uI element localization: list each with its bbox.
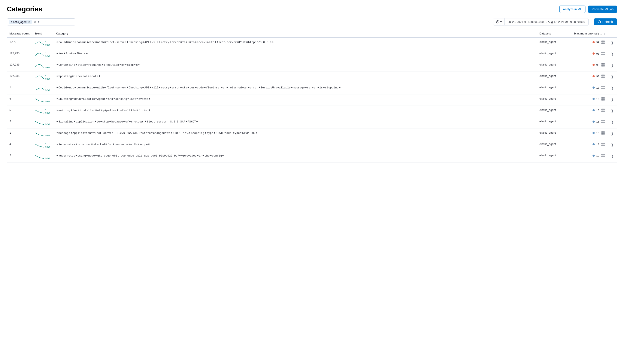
trend-label: ↑ new [45, 142, 51, 148]
category-cell: ⁕Updating⁕internal⁕state⁕ [53, 72, 537, 83]
trend-label: ↑ new [45, 63, 51, 69]
message-count-cell: 4 [7, 140, 32, 151]
svg-rect-33 [601, 131, 603, 132]
expand-button[interactable]: ❯ [610, 154, 615, 159]
table-row: 127,235 ↑ new ⁕Converging⁕state⁕requires… [7, 60, 617, 72]
grid-icon[interactable] [601, 108, 605, 112]
svg-rect-37 [601, 143, 603, 144]
svg-rect-12 [603, 65, 604, 66]
page-title: Categories [7, 5, 42, 13]
category-text: ⁕New⁕State⁕ID⁕is⁕ [56, 52, 88, 55]
expand-button[interactable]: ❯ [610, 108, 615, 113]
expand-button[interactable]: ❯ [610, 131, 615, 136]
grid-icon[interactable] [601, 120, 605, 124]
filter-clear-icon[interactable]: ⊗ [33, 20, 36, 24]
svg-rect-43 [601, 156, 603, 157]
header-actions: Analyze in ML Recreate ML job [559, 5, 617, 13]
datasets-cell: elastic_agent [537, 60, 565, 72]
trend-label: ↑ new [45, 97, 51, 103]
trend-cell: ↑ new [32, 106, 53, 117]
grid-icon[interactable] [601, 52, 605, 55]
col-max-anomaly: Maximum anomaly ... ↓ [565, 30, 607, 37]
trend-label: ↑ new [45, 154, 51, 160]
anomaly-cell: 98 [565, 60, 607, 72]
anomaly-cell: 16 [565, 117, 607, 129]
expand-button[interactable]: ❯ [610, 120, 615, 125]
category-text: ⁕waiting⁕for⁕installer⁕of⁕pipeline⁕defau… [56, 109, 151, 112]
svg-rect-32 [603, 122, 604, 123]
table-row: 1 ↑ new ⁕message⁕Application⁕fleet-serve… [7, 129, 617, 140]
trend-cell: ↑ new [32, 140, 53, 151]
svg-rect-19 [601, 88, 603, 89]
time-icon-button[interactable]: ▾ [493, 18, 504, 25]
grid-icon[interactable] [601, 131, 605, 135]
message-count-value: 2 [9, 154, 11, 157]
category-cell: ⁕kubernetes⁕Using⁕node⁕gke-edge-oblt-gcp… [53, 151, 537, 162]
trend-cell: ↑ new [32, 49, 53, 60]
anomaly-dot [593, 155, 595, 157]
svg-rect-5 [601, 52, 603, 53]
grid-icon[interactable] [601, 63, 605, 67]
trend-label: ↑ new [45, 108, 51, 114]
category-text: ⁕Kubernetes⁕provider⁕started⁕for⁕resourc… [56, 143, 150, 146]
table-row: 1,470 ↑ new ⁕Could⁕not⁕communicate⁕with⁕… [7, 37, 617, 49]
grid-icon[interactable] [601, 74, 605, 78]
analyze-ml-button[interactable]: Analyze in ML [559, 5, 585, 13]
toolbar: elastic_agent × ⊗ ▾ ▾ Jul 20, 2021 @ 13:… [7, 18, 617, 26]
message-count-cell: 1,470 [7, 37, 32, 49]
svg-rect-27 [601, 111, 603, 112]
table-container: Message count Trend Category Datasets Ma… [7, 30, 617, 162]
svg-rect-34 [603, 131, 604, 132]
anomaly-cell: 16 [565, 94, 607, 106]
filter-bar[interactable]: elastic_agent × ⊗ ▾ [7, 18, 75, 26]
refresh-label: Refresh [602, 20, 613, 24]
clock-icon [496, 20, 499, 24]
trend-cell: ↑ new [32, 129, 53, 140]
sort-icon[interactable]: ↓ [604, 32, 605, 35]
anomaly-score: 16 [596, 97, 599, 101]
svg-rect-6 [603, 52, 604, 53]
col-message-count: Message count [7, 30, 32, 37]
message-count-cell: 127,235 [7, 72, 32, 83]
svg-rect-40 [603, 145, 604, 146]
svg-rect-13 [601, 75, 603, 76]
svg-rect-10 [603, 63, 604, 64]
time-bar: ▾ Jul 20, 2021 @ 13:06:30.000 → Aug 17, … [493, 18, 589, 26]
grid-icon[interactable] [601, 142, 605, 146]
table-row: 5 ↑ new ⁕waiting⁕for⁕installer⁕of⁕pipeli… [7, 106, 617, 117]
expand-button[interactable]: ❯ [610, 74, 615, 79]
message-count-value: 1 [9, 131, 11, 134]
message-count-value: 1,470 [9, 40, 17, 44]
col-trend: Trend [32, 30, 53, 37]
anomaly-score: 16 [596, 131, 599, 135]
table-row: 2 ↑ new ⁕kubernetes⁕Using⁕node⁕gke-edge-… [7, 151, 617, 162]
expand-button[interactable]: ❯ [610, 97, 615, 102]
trend-cell: ↑ new [32, 60, 53, 72]
recreate-ml-job-button[interactable]: Recreate ML job [588, 5, 617, 13]
expand-button[interactable]: ❯ [610, 86, 615, 91]
anomaly-dot [593, 121, 595, 123]
grid-icon[interactable] [601, 97, 605, 101]
grid-icon[interactable] [601, 86, 605, 89]
expand-button[interactable]: ❯ [610, 63, 615, 68]
expand-cell: ❯ [607, 106, 617, 117]
message-count-cell: 5 [7, 117, 32, 129]
expand-button[interactable]: ❯ [610, 40, 615, 45]
filter-tag-remove[interactable]: × [28, 20, 30, 23]
dataset-label: elastic_agent [539, 154, 556, 157]
filter-dropdown-icon[interactable]: ▾ [38, 20, 39, 24]
expand-button[interactable]: ❯ [610, 52, 615, 56]
expand-button[interactable]: ❯ [610, 142, 615, 147]
datasets-cell: elastic_agent [537, 129, 565, 140]
refresh-button[interactable]: Refresh [594, 18, 617, 25]
page-container: Categories Analyze in ML Recreate ML job… [0, 0, 624, 168]
anomaly-cell: 98 [565, 49, 607, 60]
category-cell: ⁕waiting⁕for⁕installer⁕of⁕pipeline⁕defau… [53, 106, 537, 117]
svg-rect-9 [601, 63, 603, 64]
category-text: ⁕Could⁕not⁕communicate⁕with⁕fleet-server… [56, 41, 274, 44]
grid-icon[interactable] [601, 154, 605, 157]
svg-rect-26 [603, 109, 604, 110]
grid-icon[interactable] [601, 40, 605, 44]
expand-cell: ❯ [607, 37, 617, 49]
message-count-value: 1 [9, 86, 11, 89]
